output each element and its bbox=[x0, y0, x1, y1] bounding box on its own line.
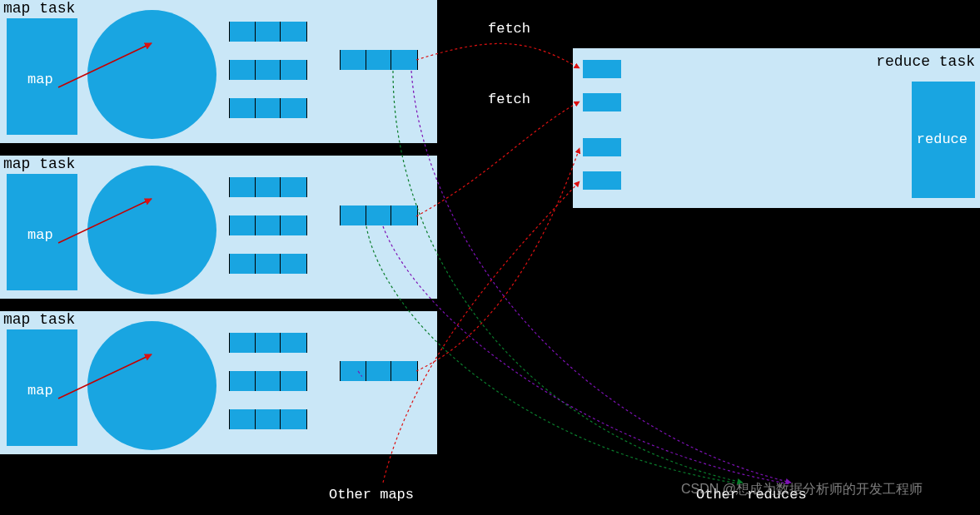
partition-row-1b bbox=[229, 60, 307, 80]
reduce-task-panel: reduce task reduce bbox=[573, 48, 980, 208]
map-task-panel-1: map task map bbox=[0, 0, 437, 143]
fetched-input-2 bbox=[583, 93, 621, 111]
merged-output-2 bbox=[340, 206, 418, 225]
map-rect-label-2: map bbox=[27, 227, 53, 243]
fetch-arrow-3 bbox=[416, 148, 580, 371]
partition-row-1c bbox=[229, 98, 307, 118]
map-rect-label-1: map bbox=[27, 72, 53, 87]
merged-output-3 bbox=[340, 361, 418, 381]
merged-output-1 bbox=[340, 50, 418, 70]
partition-row-3a bbox=[229, 333, 307, 353]
buffer-circle-2 bbox=[87, 166, 216, 295]
partition-row-2a bbox=[229, 177, 307, 197]
map-task-title-3: map task bbox=[3, 311, 75, 328]
other-reduce-arrow-purple-2 bbox=[383, 226, 791, 484]
buffer-circle-1 bbox=[87, 10, 216, 139]
map-task-panel-2: map task map bbox=[0, 156, 437, 299]
other-maps-label: Other maps bbox=[329, 487, 414, 503]
partition-row-2c bbox=[229, 254, 307, 274]
watermark: CSDN @想成为数据分析师的开发工程师 bbox=[681, 481, 923, 498]
fetch-label-1: fetch bbox=[488, 21, 530, 37]
partition-row-3c bbox=[229, 409, 307, 429]
partition-row-3b bbox=[229, 371, 307, 391]
reduce-task-title: reduce task bbox=[876, 53, 975, 70]
partition-row-2b bbox=[229, 215, 307, 235]
partition-row-1a bbox=[229, 22, 307, 42]
fetched-input-4 bbox=[583, 171, 621, 190]
map-task-title-1: map task bbox=[3, 0, 75, 17]
fetch-arrow-2 bbox=[416, 102, 580, 216]
fetch-label-2: fetch bbox=[488, 92, 530, 107]
fetch-arrow-1 bbox=[416, 43, 580, 68]
map-task-title-2: map task bbox=[3, 156, 75, 172]
fetched-input-1 bbox=[583, 60, 621, 78]
reduce-rect-label: reduce bbox=[917, 131, 968, 147]
map-task-panel-3: map task map bbox=[0, 311, 437, 454]
buffer-circle-3 bbox=[87, 321, 216, 450]
map-rect-label-3: map bbox=[27, 383, 53, 399]
fetched-input-3 bbox=[583, 138, 621, 156]
